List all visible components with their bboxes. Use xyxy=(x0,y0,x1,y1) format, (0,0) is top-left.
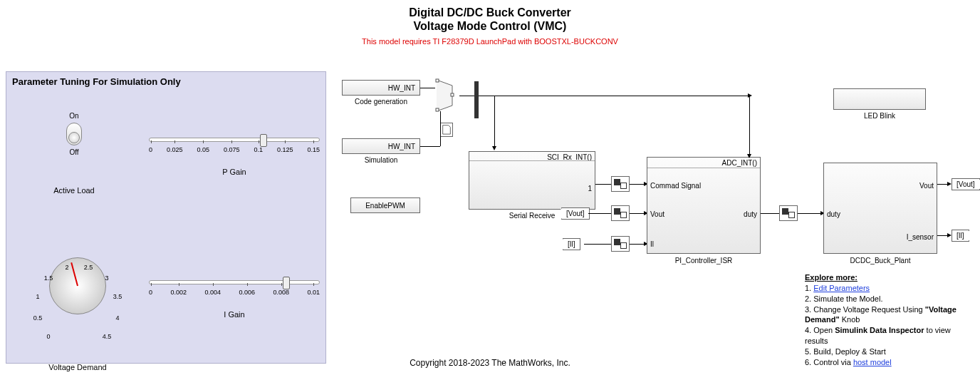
page-title-2: Voltage Mode Control (VMC) xyxy=(0,19,980,33)
page-title-1: Digital DC/DC Buck Converter xyxy=(0,6,980,19)
block-enable-pwm[interactable]: EnablePWM xyxy=(350,197,420,213)
tick-label: 0.025 xyxy=(167,146,183,153)
fcn-call-label: ADC_INT() xyxy=(722,159,757,167)
param-panel: Parameter Tuning For Simulation Only On … xyxy=(6,71,326,364)
tick-label: 0.004 xyxy=(204,289,221,296)
block-caption: Simulation xyxy=(342,156,420,164)
active-load-toggle[interactable]: On Off xyxy=(46,112,103,156)
goto-tag-vout[interactable]: [Vout] xyxy=(952,178,980,190)
rate-transition-icon[interactable] xyxy=(611,205,630,221)
tag-label: [Vout] xyxy=(956,180,975,188)
tick-label: 0.008 xyxy=(273,289,289,296)
toggle-on-label: On xyxy=(46,112,103,120)
tick-label: 0.01 xyxy=(307,289,320,296)
block-label: HW_INT xyxy=(388,143,415,150)
rate-transition-icon[interactable] xyxy=(779,205,798,221)
block-hw-int-codegen[interactable]: HW_INT xyxy=(342,80,420,96)
svg-rect-2 xyxy=(451,93,454,96)
block-serial-receive[interactable]: SCI_Rx_INT() 1 xyxy=(469,151,595,210)
from-tag-vout[interactable]: [Vout] xyxy=(561,207,590,220)
explore-item: 2. Simulate the Model. xyxy=(805,294,961,304)
toggle-switch-icon xyxy=(66,123,82,145)
variant-mux-icon[interactable] xyxy=(435,78,459,113)
port-label: I_sensor xyxy=(907,233,934,241)
signal-bus-icon xyxy=(474,81,479,118)
explore-item: 5. Build, Deploy & Start xyxy=(805,346,961,357)
block-caption: PI_Controller_ISR xyxy=(647,257,761,265)
tick-label: 0 xyxy=(149,146,152,153)
tick-label: 0.15 xyxy=(307,146,320,153)
tag-label: [Vout] xyxy=(566,210,585,217)
knob-tick-label: 3 xyxy=(100,274,114,282)
tick-label: 0.05 xyxy=(197,146,209,153)
svg-rect-1 xyxy=(436,108,439,111)
block-label: EnablePWM xyxy=(365,202,405,210)
knob-tick-label: 4 xyxy=(110,314,125,322)
slider-thumb-icon xyxy=(260,134,267,147)
block-caption: Code generation xyxy=(342,98,420,106)
copyright: Copyright 2018-2023 The MathWorks, Inc. xyxy=(0,358,980,368)
active-load-label: Active Load xyxy=(28,186,120,195)
block-caption: DCDC_Buck_Plant xyxy=(823,257,937,265)
knob-tick-label: 0 xyxy=(41,333,56,340)
knob-tick-label: 2 xyxy=(60,264,74,271)
block-caption: LED Blink xyxy=(833,112,926,120)
port-label: 1 xyxy=(588,185,592,192)
knob-tick-label: 4.5 xyxy=(100,333,114,340)
knob-tick-label: 1.5 xyxy=(41,274,56,282)
port-label: Vout xyxy=(650,210,664,218)
from-tag-il[interactable]: [Il] xyxy=(563,238,580,250)
port-label: Vout xyxy=(919,182,934,190)
header: Digital DC/DC Buck Converter Voltage Mod… xyxy=(0,0,980,46)
tick-label: 0.075 xyxy=(224,146,240,153)
rate-transition-icon[interactable] xyxy=(611,176,630,192)
explore-more: Explore more: 1. Edit Parameters 2. Simu… xyxy=(805,272,961,368)
port-label: duty xyxy=(827,210,840,218)
model-ref-icon[interactable] xyxy=(440,123,453,137)
block-hw-int-sim[interactable]: HW_INT xyxy=(342,138,420,154)
p-gain-label: P Gain xyxy=(149,168,320,176)
tag-label: [Il] xyxy=(956,232,964,240)
tick-label: 0.125 xyxy=(277,146,293,153)
tick-label: 0 xyxy=(149,289,152,296)
port-label: Commad Signal xyxy=(650,182,701,190)
port-label: Il xyxy=(650,240,654,248)
page-subtitle: This model requires TI F28379D LaunchPad… xyxy=(0,37,980,46)
param-panel-title: Parameter Tuning For Simulation Only xyxy=(6,72,325,91)
block-label: HW_INT xyxy=(388,84,415,92)
rate-transition-icon[interactable] xyxy=(611,236,630,252)
block-dcdc-plant[interactable]: duty Vout I_sensor xyxy=(823,163,937,254)
knob-tick-label: 1 xyxy=(31,293,45,300)
knob-tick-label: 0.5 xyxy=(31,314,45,322)
tick-label: 0.002 xyxy=(170,289,187,296)
tag-label: [Il] xyxy=(568,240,575,248)
voltage-demand-knob[interactable]: 00.511.522.533.544.5 Voltage Demand xyxy=(21,236,135,371)
port-label: duty xyxy=(744,210,757,218)
explore-item: 1. Edit Parameters xyxy=(805,283,961,294)
knob-tick-label: 3.5 xyxy=(110,293,125,300)
svg-rect-0 xyxy=(436,79,439,82)
knob-icon xyxy=(49,257,106,314)
p-gain-slider[interactable]: 00.0250.050.0750.10.1250.15 P Gain xyxy=(149,138,320,176)
toggle-off-label: Off xyxy=(46,148,103,156)
i-gain-label: I Gain xyxy=(149,310,320,319)
explore-item: 4. Open Simulink Data Inspector to view … xyxy=(805,325,961,346)
edit-parameters-link[interactable]: Edit Parameters xyxy=(813,284,870,292)
tick-label: 0.006 xyxy=(239,289,255,296)
tick-label: 0.1 xyxy=(254,146,263,153)
explore-item: 3. Change Voltage Request Using "Voltage… xyxy=(805,304,961,326)
knob-tick-label: 2.5 xyxy=(81,264,95,271)
slider-thumb-icon xyxy=(283,277,290,289)
goto-tag-il[interactable]: [Il] xyxy=(952,230,969,242)
explore-heading: Explore more: xyxy=(805,272,961,283)
i-gain-slider[interactable]: 00.0020.0040.0060.0080.01 I Gain xyxy=(149,280,320,319)
block-led-blink[interactable] xyxy=(833,88,926,110)
block-pi-controller[interactable]: ADC_INT() Commad Signal Vout Il duty xyxy=(647,157,761,254)
